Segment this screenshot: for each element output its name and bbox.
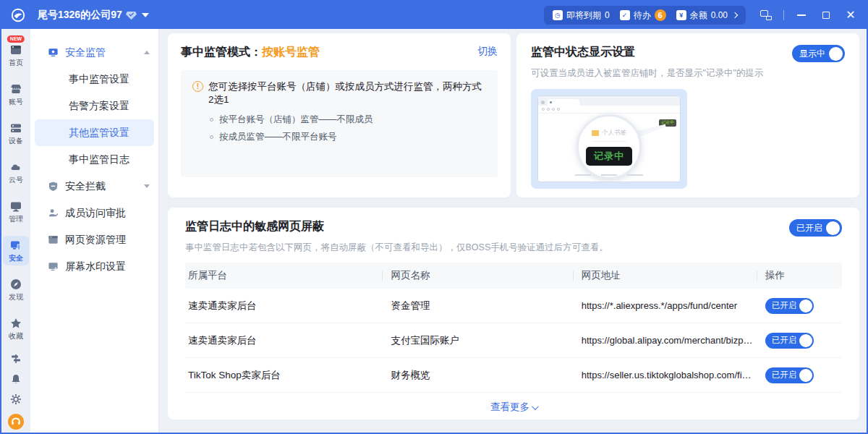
status-display-toggle[interactable]: 显示中 [792, 45, 845, 62]
menu-item-alert-plan-settings[interactable]: 告警方案设置 [35, 93, 154, 119]
notification-bell-icon[interactable] [10, 373, 22, 385]
rail-item-favorites[interactable]: 收藏 [3, 314, 29, 344]
blocked-pages-table: 所属平台 网页名称 网页地址 操作 速卖通卖家后台 资金管理 https://*… [185, 263, 842, 422]
company-cert-badge-icon [126, 11, 137, 20]
menu-group-security-monitor[interactable]: 安全监管 [30, 39, 158, 66]
rail-item-manage[interactable]: 管理 [3, 197, 29, 226]
rail-item-cloud[interactable]: 云号 [3, 158, 29, 187]
menu-item-member-access-approval[interactable]: 成员访问审批 [30, 200, 158, 226]
todo-count-badge: 6 [655, 9, 666, 21]
app-window: 尾号1326的公司97 ◷ 即将到期 0 ✓ 待办 6 ¥ 余额 0.00 [0, 0, 868, 434]
rail-item-account[interactable]: 账号 [3, 80, 29, 109]
company-switcher[interactable]: 尾号1326的公司97 [38, 9, 149, 22]
toggle-knob [799, 334, 812, 347]
clock-icon: ◷ [553, 10, 563, 20]
member-approval-icon [48, 208, 59, 218]
switch-mode-link[interactable]: 切换 [477, 45, 498, 58]
bullet-dot-icon [210, 135, 213, 139]
view-more-link[interactable]: 查看更多 [185, 393, 842, 422]
expiring-soon-item[interactable]: ◷ 即将到期 0 [553, 9, 610, 22]
mode-info-box: ! 您可选择按平台账号（店铺）或按成员方式进行监管，两种方式2选1 按平台账号（… [181, 70, 498, 177]
company-dropdown-caret-icon [142, 13, 149, 17]
coin-icon: ¥ [676, 10, 686, 20]
icon-rail: NEW 首页 账号 设备 云号 管理 安全 [1, 29, 30, 433]
cell-page-name: 资金管理 [382, 299, 572, 312]
cell-url: https://global.alipay.com/merchant/bizpo… [573, 335, 757, 346]
collapse-caret-icon [144, 51, 150, 54]
multi-window-icon[interactable] [759, 8, 773, 22]
monitor-eye-icon [48, 47, 59, 58]
menu-item-incident-monitor-settings[interactable]: 事中监管设置 [35, 66, 154, 93]
shield-block-icon [48, 181, 59, 192]
home-icon [9, 43, 22, 56]
customer-service-icon[interactable] [8, 414, 24, 430]
cell-platform: TikTok Shop卖家后台 [185, 369, 382, 382]
cell-page-name: 财务概览 [382, 369, 572, 382]
settings-gear-icon[interactable] [10, 393, 22, 405]
col-action: 操作 [757, 269, 842, 282]
monitor-mode-card: 事中监管模式：按账号监管 切换 ! 您可选择按平台账号（店铺）或按成员方式进行监… [168, 33, 511, 197]
toggle-knob [799, 299, 812, 312]
star-icon [9, 317, 22, 330]
expiring-soon-label: 即将到期 [566, 9, 601, 22]
balance-label: 余额 [690, 9, 707, 22]
app-logo-icon [10, 7, 26, 23]
folder-icon [592, 130, 599, 136]
mock-bookmark-label: 个人书签 [602, 129, 626, 137]
maximize-button[interactable] [819, 8, 833, 22]
row-toggle[interactable]: 已开启 [765, 298, 814, 314]
current-mode-value: 按账号监管 [262, 46, 320, 58]
mode-bullet-2: 按成员监管——不限平台账号 [210, 131, 486, 143]
table-row: 速卖通卖家后台 资金管理 https://*.aliexpress.*/apps… [185, 289, 842, 323]
sensitive-page-block-card: 监管日志中的敏感网页屏蔽 已开启 事中监管日志中若包含以下网页，将自动屏蔽（不可… [168, 208, 859, 420]
menu-item-web-resource-manage[interactable]: 网页资源管理 [30, 226, 158, 253]
col-platform: 所属平台 [185, 269, 382, 282]
sensitive-block-desc: 事中监管日志中若包含以下网页，将自动屏蔽（不可查看和导出），仅BOSS手机号验证… [185, 242, 842, 254]
status-display-title: 监管中状态显示设置 [531, 45, 635, 60]
menu-group-label: 安全监管 [65, 46, 106, 59]
bullet-dot-icon [210, 118, 213, 122]
rail-item-security[interactable]: 安全 [3, 236, 29, 265]
rail-item-home[interactable]: NEW 首页 [3, 41, 29, 70]
minimize-button[interactable] [794, 8, 809, 22]
menu-item-other-monitor-settings[interactable]: 其他监管设置 [35, 119, 154, 146]
monitor-mode-title: 事中监管模式：按账号监管 [181, 45, 320, 60]
menu-group-security-block[interactable]: 安全拦截 [30, 173, 158, 200]
sensitive-block-toggle[interactable]: 已开启 [789, 219, 842, 237]
shop-icon [9, 82, 22, 95]
cell-platform: 速卖通卖家后台 [185, 334, 382, 347]
row-toggle[interactable]: 已开启 [765, 333, 814, 349]
col-page-name: 网页名称 [382, 269, 572, 282]
company-name: 尾号1326的公司97 [38, 9, 122, 22]
shield-monitor-icon [9, 239, 22, 252]
monitor-icon [9, 200, 22, 213]
table-row: 速卖通卖家后台 支付宝国际账户 https://global.alipay.co… [185, 323, 842, 358]
table-header-row: 所属平台 网页名称 网页地址 操作 [185, 263, 842, 289]
titlebar: 尾号1326的公司97 ◷ 即将到期 0 ✓ 待办 6 ¥ 余额 0.00 [1, 1, 867, 29]
toggle-knob [829, 47, 843, 61]
magnifier-lens: 个人书签 记录中 [576, 114, 642, 179]
rail-item-device[interactable]: 设备 [3, 119, 29, 148]
close-button[interactable]: ✕ [843, 8, 858, 22]
guide-icon[interactable] [10, 353, 22, 365]
row-toggle[interactable]: 已开启 [765, 367, 814, 383]
status-display-card: 监管中状态显示设置 显示中 可设置当成员进入被监管店铺时，是否显示"记录中"的提… [516, 33, 859, 197]
mode-info-title: 您可选择按平台账号（店铺）或按成员方式进行监管，两种方式2选1 [208, 80, 486, 106]
expand-caret-icon [144, 184, 150, 188]
todo-item[interactable]: ✓ 待办 6 [620, 9, 666, 22]
todo-label: 待办 [634, 9, 651, 22]
menu-item-incident-monitor-log[interactable]: 事中监管日志 [35, 146, 154, 173]
toggle-knob [799, 369, 812, 382]
cell-url: https://*.aliexpress.*/apps/fund/center [573, 300, 757, 311]
balance-chevron-icon [732, 12, 738, 18]
menu-item-screen-watermark[interactable]: 屏幕水印设置 [30, 253, 158, 280]
recording-preview-image: 记录中 个人书签 记录中 [531, 89, 687, 189]
balance-item[interactable]: ¥ 余额 0.00 [676, 9, 737, 22]
account-status-pill: ◷ 即将到期 0 ✓ 待办 6 ¥ 余额 0.00 [544, 6, 746, 25]
rail-item-discover[interactable]: 发现 [3, 275, 29, 305]
webpage-icon [48, 234, 59, 245]
server-icon [9, 122, 22, 135]
mock-browser-dot [541, 101, 545, 104]
new-badge: NEW [7, 35, 25, 43]
main-content: 事中监管模式：按账号监管 切换 ! 您可选择按平台账号（店铺）或按成员方式进行监… [159, 29, 867, 433]
